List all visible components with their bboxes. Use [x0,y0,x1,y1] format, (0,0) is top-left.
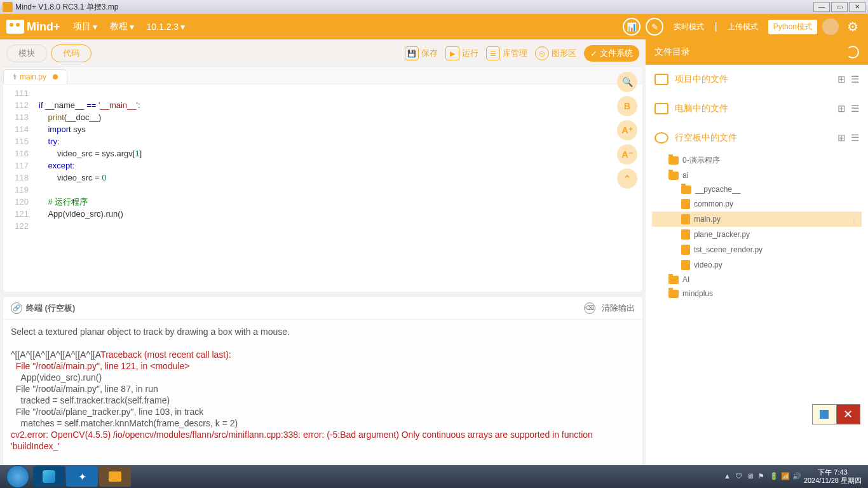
close-button[interactable]: ✕ [849,2,865,12]
gear-icon[interactable]: ⚙ [844,18,862,36]
tree-folder[interactable]: AI [652,273,862,287]
tray-icon[interactable]: ▲ [724,472,733,481]
window-title: Mind+ V1.8.0 RC3.1 单摆3.mp [15,2,118,13]
file-icon [681,260,690,270]
tray-icon[interactable]: 🔊 [792,472,801,481]
graphics-button[interactable]: ◎图形区 [535,46,576,60]
terminal-title: 终端 (行空板) [26,302,75,314]
topbar: Mind+ 项目 ▾ 教程 ▾ 10.1.2.3 ▾ 📊 ✎ 实时模式 | 上传… [0,14,868,39]
eraser-icon: ⌫ [584,302,595,314]
save-button[interactable]: 💾保存 [405,46,438,60]
refresh-icon[interactable] [846,46,859,58]
logo-icon [6,20,24,34]
logo: Mind+ [6,20,60,34]
menu-icon[interactable]: ☰ [851,132,859,144]
run-button[interactable]: ▶运行 [445,46,478,60]
toolbar: 模块 代码 💾保存 ▶运行 ☰库管理 ◎图形区 ✓ 文件系统 [3,42,643,65]
tray-icon[interactable]: ⚑ [758,472,767,481]
mode-realtime[interactable]: 实时模式 [668,20,709,34]
code-body[interactable]: if __name__ == '__main__': print(__doc__… [34,85,642,292]
folder-icon [668,290,679,298]
tree-folder[interactable]: mindplus [652,287,862,301]
menu-icon[interactable]: ☰ [851,103,859,114]
notification-popup: ✕ [812,404,860,424]
board-icon [654,132,668,144]
section-project-files[interactable]: 项目中的文件 ⊞☰ [646,65,868,94]
folder-icon [681,186,691,194]
play-icon: ▶ [445,46,459,60]
menu-tutorial[interactable]: 教程 ▾ [110,21,134,32]
modified-dot-icon [53,74,58,79]
minimize-button[interactable]: — [813,2,830,12]
file-tab-main[interactable]: ⚕ main.py [3,69,67,84]
font-decrease-icon[interactable]: A⁻ [617,144,637,165]
tree-file[interactable]: common.py [652,196,862,212]
tab-block[interactable]: 模块 [6,44,47,62]
tree-folder[interactable]: 0-演示程序 [652,152,862,168]
taskbar-clock[interactable]: 下午 7:43 2024/11/28 星期四 [804,468,862,485]
panel-title: 文件目录 [654,46,690,58]
clear-output-button[interactable]: ⌫ 清除输出 [584,302,635,314]
menu-ip[interactable]: 10.1.2.3 ▾ [147,22,186,32]
add-icon[interactable]: ⊞ [837,74,846,85]
tree-folder[interactable]: ai [652,168,862,182]
start-button[interactable] [6,465,29,488]
file-icon [681,229,690,240]
tree-file[interactable]: video.py [652,257,862,273]
file-icon [681,245,690,255]
tree-file[interactable]: plane_tracker.py [652,227,862,242]
dashboard-icon[interactable]: 📊 [623,18,641,36]
target-icon: ◎ [535,46,549,60]
line-gutter: 111 112 113 114 115 116 117 118 119 120 … [3,85,34,292]
tree-file[interactable]: tst_scene_render.py [652,242,862,257]
edit-icon[interactable]: ✎ [646,18,663,36]
file-box-icon [654,74,668,85]
taskbar-edge[interactable] [33,466,65,487]
avatar[interactable] [822,18,839,35]
search-icon[interactable]: 🔍 [617,72,637,92]
mode-upload[interactable]: 上传模式 [722,20,763,34]
collapse-icon[interactable]: ⌃ [617,168,637,189]
bold-icon[interactable]: B [617,96,637,116]
taskbar-app1[interactable]: ✦ [66,466,98,487]
terminal: 🔗 终端 (行空板) ⌫ 清除输出 Select a textured plan… [3,296,643,482]
taskbar: ✦ ▲ 🛡 🖥 ⚑ 🔋 📶 🔊 下午 7:43 2024/11/28 星期四 [0,465,868,488]
section-board-files[interactable]: 行空板中的文件 ⊞☰ [646,123,868,152]
tray-icon[interactable]: 📶 [781,472,790,481]
maximize-button[interactable]: ▭ [831,2,848,12]
save-icon: 💾 [405,46,419,60]
section-pc-files[interactable]: 电脑中的文件 ⊞☰ [646,94,868,123]
filesystem-button[interactable]: ✓ 文件系统 [584,45,639,62]
window-titlebar: Mind+ V1.8.0 RC3.1 单摆3.mp — ▭ ✕ [0,0,868,14]
mode-python[interactable]: Python模式 [768,20,817,34]
popup-close-button[interactable]: ✕ [837,405,860,424]
tray-icon[interactable]: 🖥 [747,472,756,481]
python-icon: ⚕ [13,72,17,81]
tray-icon[interactable]: 🔋 [770,472,778,481]
editor: ⚕ main.py 111 112 113 114 115 116 117 11… [3,66,643,292]
terminal-output[interactable]: Select a textured planar object to track… [3,320,642,481]
library-button[interactable]: ☰库管理 [486,46,527,60]
file-icon [681,214,690,224]
folder-icon [668,276,679,284]
menu-project[interactable]: 项目 ▾ [73,21,97,32]
popup-icon[interactable] [813,405,837,424]
menu-icon[interactable]: ☰ [851,74,859,85]
app-icon [3,2,13,12]
add-icon[interactable]: ⊞ [837,103,846,114]
tab-code[interactable]: 代码 [51,44,92,62]
folder-icon [668,156,679,165]
folder-icon [668,172,679,180]
link-icon: 🔗 [11,302,22,314]
file-icon [681,199,690,209]
tree-file[interactable]: main.py⋮ [652,212,862,227]
library-icon: ☰ [486,46,500,60]
taskbar-mindplus[interactable] [99,466,131,487]
tree-folder[interactable]: __pycache__ [652,182,862,196]
font-increase-icon[interactable]: A⁺ [617,120,637,140]
monitor-icon [654,103,668,114]
tray-icon[interactable]: 🛡 [735,472,744,481]
more-icon: ⋮ [850,215,858,224]
add-icon[interactable]: ⊞ [837,132,846,144]
